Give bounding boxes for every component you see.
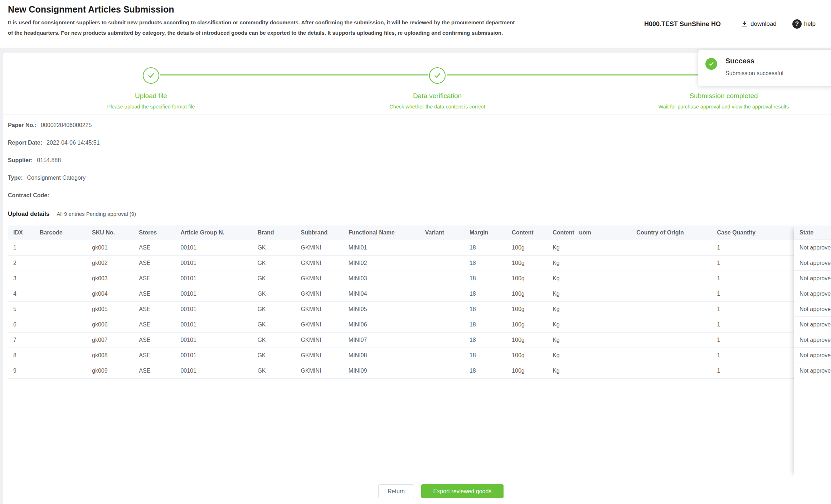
page-description: It is used for consignment suppliers to … <box>8 17 609 38</box>
table-cell <box>631 286 711 301</box>
table-cell: 100g <box>506 240 547 255</box>
table-cell: ASE <box>133 363 175 378</box>
table-cell: 18 <box>464 240 506 255</box>
table-cell: Kg <box>547 332 631 348</box>
table-cell: GKMINI <box>296 301 343 317</box>
table-row: 2gk002ASE00101GKGKMINIMINI0218100gKg16 <box>8 255 831 271</box>
table-cell: ASE <box>133 286 175 301</box>
table-cell: 00101 <box>175 286 252 301</box>
table-cell: Kg <box>547 255 631 271</box>
upload-details-heading: Upload details All 9 entries Pending app… <box>8 210 136 218</box>
table-cell <box>631 301 711 317</box>
state-cell: Not approved <box>794 301 831 317</box>
table-cell: gk005 <box>87 301 133 317</box>
table-cell: Kg <box>547 286 631 301</box>
column-header-1: Barcode <box>34 226 87 240</box>
org-name: H000.TEST SunShine HO <box>644 20 721 28</box>
upload-details-summary: All 9 entries Pending approval (9) <box>57 211 136 217</box>
table-cell: MINI02 <box>343 255 420 271</box>
table-cell: Kg <box>547 240 631 255</box>
table-cell: 100g <box>506 317 547 332</box>
table-cell: MINI01 <box>343 240 420 255</box>
table-cell: ASE <box>133 255 175 271</box>
table-cell: GKMINI <box>296 348 343 363</box>
table-cell: 00101 <box>175 348 252 363</box>
table-cell: MINI09 <box>343 363 420 378</box>
state-cell: Not approved <box>794 240 831 255</box>
table-cell: Kg <box>547 363 631 378</box>
column-header-11: Content_ uom <box>547 226 631 240</box>
table-row: 3gk003ASE00101GKGKMINIMINI0318100gKg16 <box>8 271 831 286</box>
table-cell: 00101 <box>175 317 252 332</box>
table-cell: 18 <box>464 271 506 286</box>
table-cell: GKMINI <box>296 271 343 286</box>
field-paper-no: Paper No.:0000220406000225 <box>8 122 92 129</box>
table-cell: 00101 <box>175 271 252 286</box>
field-supplier-value: 0154.888 <box>37 157 61 163</box>
table-cell <box>34 271 87 286</box>
table-cell <box>420 317 464 332</box>
table-row: 4gk004ASE00101GKGKMINIMINI0418100gKg16 <box>8 286 831 301</box>
state-cell: Not approved <box>794 286 831 301</box>
field-contract-code-label: Contract Code: <box>8 192 49 198</box>
table-cell <box>420 240 464 255</box>
table-cell <box>631 255 711 271</box>
help-button[interactable]: ? help <box>792 19 816 29</box>
table-row: 9gk009ASE00101GKGKMINIMINI0918100gKg16 <box>8 363 831 378</box>
table-cell: MINI07 <box>343 332 420 348</box>
step3-title: Submission completed <box>648 92 799 100</box>
table-cell: GK <box>252 255 295 271</box>
column-header-7: Functional Name <box>343 226 420 240</box>
table-cell: 1 <box>711 240 793 255</box>
table-cell: GKMINI <box>296 255 343 271</box>
table-cell: MINI04 <box>343 286 420 301</box>
download-button[interactable]: download <box>741 20 777 28</box>
table-cell: GK <box>252 271 295 286</box>
field-contract-code: Contract Code: <box>8 192 54 199</box>
table-cell: GK <box>252 363 295 378</box>
table-cell: ASE <box>133 301 175 317</box>
table-cell: 100g <box>506 286 547 301</box>
step1-check-icon <box>143 67 159 84</box>
main-background: Upload file Data verification Submission… <box>0 48 831 504</box>
table-cell: 1 <box>711 317 793 332</box>
table-row: 7gk007ASE00101GKGKMINIMINI0718100gKg16 <box>8 332 831 348</box>
column-header-5: Brand <box>252 226 295 240</box>
table-cell: 100g <box>506 348 547 363</box>
table-cell: GK <box>252 317 295 332</box>
step2-check-icon <box>429 67 446 84</box>
table-cell: MINI03 <box>343 271 420 286</box>
table-cell <box>34 348 87 363</box>
table-cell <box>34 301 87 317</box>
step-connector-2 <box>447 74 714 76</box>
table-cell: GKMINI <box>296 286 343 301</box>
table-cell: 00101 <box>175 240 252 255</box>
table-cell <box>420 271 464 286</box>
column-header-0: IDX <box>8 226 34 240</box>
table-cell: GK <box>252 348 295 363</box>
table-cell <box>34 317 87 332</box>
table-cell: 1 <box>711 301 793 317</box>
table-cell: Kg <box>547 348 631 363</box>
table-cell: MINI05 <box>343 301 420 317</box>
table-cell <box>420 301 464 317</box>
table-cell <box>631 317 711 332</box>
field-paper-no-value: 0000220406000225 <box>41 122 92 128</box>
table-cell: 100g <box>506 271 547 286</box>
table-cell: GKMINI <box>296 363 343 378</box>
column-header-6: Subbrand <box>296 226 343 240</box>
table-cell <box>420 286 464 301</box>
table-cell <box>631 348 711 363</box>
table-cell: 100g <box>506 255 547 271</box>
table-cell: Kg <box>547 317 631 332</box>
state-column-header: State <box>794 226 831 240</box>
field-paper-no-label: Paper No.: <box>8 122 37 128</box>
return-button[interactable]: Return <box>378 484 414 498</box>
table-cell <box>631 240 711 255</box>
page-title: New Consignment Articles Submission <box>8 4 174 15</box>
table-cell: GKMINI <box>296 317 343 332</box>
table-cell <box>420 363 464 378</box>
table-row: 6gk006ASE00101GKGKMINIMINI0618100gKg16 <box>8 317 831 332</box>
export-reviewed-goods-button[interactable]: Export reviewed goods <box>421 484 504 498</box>
table-cell: 18 <box>464 363 506 378</box>
